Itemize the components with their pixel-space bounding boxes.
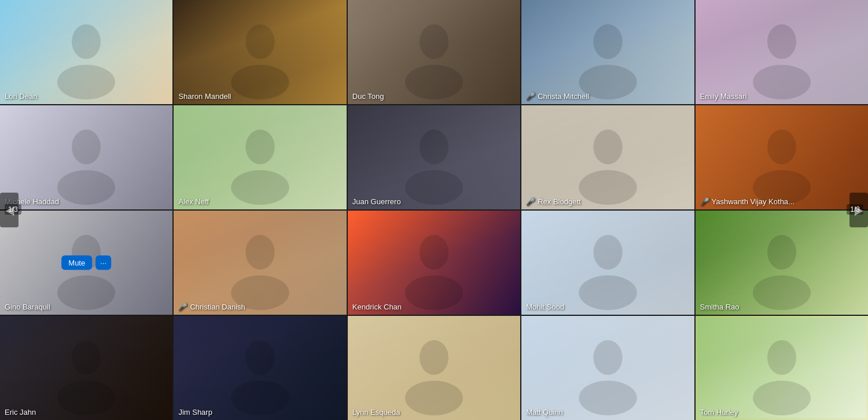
page-indicator-left: 1/3 — [5, 204, 21, 215]
mute-icon: 🎤 — [526, 197, 535, 206]
more-options-button[interactable]: ··· — [95, 256, 111, 270]
participant-name: 🎤 Christian Danish — [178, 303, 245, 311]
participant-cell[interactable]: Kendrick Chan — [348, 211, 520, 315]
participant-name: Smitha Rao — [700, 303, 740, 311]
participant-name: Alex Neff — [178, 197, 209, 206]
participant-name: 🎤 Yashwanth Vijay Kotha... — [700, 197, 795, 206]
participant-name: Emily Massari — [700, 92, 747, 101]
participant-name: Duc Tong — [352, 92, 384, 101]
video-grid: Lori Dean Sharon Mandell Duc Tong 🎤 Chri… — [0, 0, 868, 420]
participant-cell[interactable]: Duc Tong — [348, 0, 520, 104]
participant-cell[interactable]: 🎤 Christa Mitchell — [521, 0, 694, 104]
mute-icon: 🎤 — [700, 197, 709, 206]
participant-name: Sharon Mandell — [178, 92, 231, 101]
participant-cell[interactable]: Alex Neff — [174, 105, 346, 209]
participant-cell[interactable]: 🎤 Christian Danish — [174, 211, 346, 315]
participant-name: Tom Hurley — [700, 408, 738, 417]
participant-cell[interactable]: Lori Dean — [0, 0, 172, 104]
participant-cell[interactable]: Mohit Sood — [521, 211, 694, 315]
participant-name: Matt Quinn — [526, 408, 563, 417]
participant-cell[interactable]: Michele Haddad — [0, 105, 172, 209]
participant-name: Kendrick Chan — [352, 303, 402, 311]
mute-icon: 🎤 — [178, 303, 187, 311]
participant-cell[interactable]: 🎤 Yashwanth Vijay Kotha... — [696, 105, 868, 209]
participant-cell[interactable]: Matt Quinn — [521, 316, 694, 420]
participant-cell[interactable]: Sharon Mandell — [174, 0, 346, 104]
hover-controls: Mute ··· — [61, 256, 111, 270]
participant-name: Mohit Sood — [526, 303, 564, 311]
mute-icon: 🎤 — [526, 92, 535, 101]
participant-cell[interactable]: Smitha Rao — [696, 211, 868, 315]
page-indicator-right: 1/3 — [847, 204, 863, 215]
participant-name: 🎤 Christa Mitchell — [526, 92, 589, 101]
participant-cell[interactable]: Juan Guerrero — [348, 105, 520, 209]
participant-name: Jim Sharp — [178, 408, 212, 417]
participant-name: Lori Dean — [5, 92, 37, 101]
participant-cell[interactable]: Mute ··· Gino Baraquil — [0, 211, 172, 315]
participant-cell[interactable]: Lynn Esqueda — [348, 316, 520, 420]
participant-name: Lynn Esqueda — [352, 408, 400, 417]
participant-cell[interactable]: Emily Massari — [696, 0, 868, 104]
participant-cell[interactable]: Eric Jahn — [0, 316, 172, 420]
participant-cell-highlighted[interactable]: Tom Hurley — [696, 316, 868, 420]
participant-name: 🎤 Rex Blodgett — [526, 197, 580, 206]
participant-cell[interactable]: 🎤 Rex Blodgett — [521, 105, 694, 209]
participant-name: Juan Guerrero — [352, 197, 401, 206]
mute-button[interactable]: Mute — [61, 256, 92, 270]
participant-name: Eric Jahn — [5, 408, 36, 417]
participant-cell[interactable]: Jim Sharp — [174, 316, 346, 420]
participant-name: Gino Baraquil — [5, 303, 50, 311]
